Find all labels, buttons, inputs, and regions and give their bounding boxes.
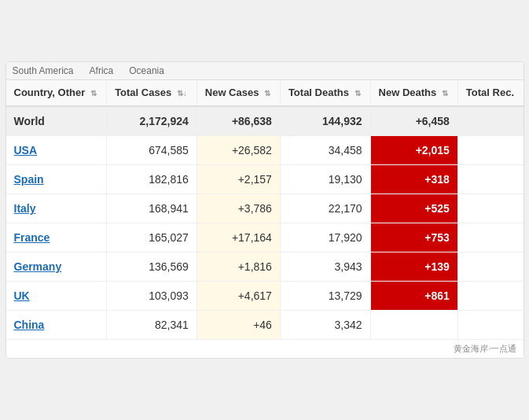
world-total-rec [457,106,523,136]
sort-icon-new-deaths: ⇅ [442,88,448,98]
spain-country[interactable]: Spain [6,165,107,194]
spain-total-cases: 182,816 [107,165,197,194]
uk-total-cases: 103,093 [107,282,197,311]
uk-total-rec [457,282,523,311]
table-row: UK 103,093 +4,617 13,729 +861 [6,282,523,311]
header-country[interactable]: Country, Other ⇅ [6,80,107,107]
italy-link[interactable]: Italy [14,202,36,215]
france-link[interactable]: France [14,231,50,244]
header-new-cases-label: New Cases [205,87,259,98]
china-new-cases: +46 [197,311,280,340]
germany-new-deaths: +139 [370,252,457,282]
world-country: World [6,106,107,136]
france-country[interactable]: France [6,223,107,252]
usa-total-deaths: 34,458 [280,136,370,165]
uk-new-cases: +4,617 [197,282,280,311]
world-new-deaths: +6,458 [370,106,457,136]
italy-total-rec [457,194,523,223]
header-total-rec-label: Total Rec. [466,87,514,98]
uk-new-deaths: +861 [370,282,457,311]
uk-link[interactable]: UK [14,289,30,302]
world-row: World 2,172,924 +86,638 144,932 +6,458 [6,106,523,136]
france-new-deaths: +753 [370,223,457,252]
sort-icon-new-cases: ⇅ [264,88,270,98]
spain-new-cases: +2,157 [197,165,280,194]
france-total-rec [457,223,523,252]
france-total-cases: 165,027 [107,223,197,252]
germany-total-deaths: 3,943 [280,252,370,282]
sort-icon-total-deaths: ⇅ [355,88,361,98]
uk-total-deaths: 13,729 [280,282,370,311]
world-total-cases: 2,172,924 [107,106,197,136]
usa-link[interactable]: USA [14,144,38,157]
watermark: 黄金海岸·一点通 [6,340,523,358]
header-new-cases[interactable]: New Cases ⇅ [197,80,280,107]
watermark-text: 黄金海岸·一点通 [454,343,516,355]
nav-africa[interactable]: Africa [90,65,114,76]
nav-south-america[interactable]: South America [13,65,74,76]
usa-new-deaths: +2,015 [370,136,457,165]
germany-total-rec [457,252,523,282]
france-total-deaths: 17,920 [280,223,370,252]
header-total-rec[interactable]: Total Rec. [457,80,523,107]
uk-country[interactable]: UK [6,282,107,311]
germany-country[interactable]: Germany [6,252,107,282]
china-link[interactable]: China [14,319,45,331]
header-total-cases[interactable]: Total Cases ⇅↓ [107,80,197,107]
table-row: USA 674,585 +26,582 34,458 +2,015 [6,136,523,165]
table-header-row: Country, Other ⇅ Total Cases ⇅↓ New Case… [6,80,523,107]
usa-total-cases: 674,585 [107,136,197,165]
header-country-label: Country, Other [14,87,86,98]
covid-table: Country, Other ⇅ Total Cases ⇅↓ New Case… [6,80,523,341]
usa-country[interactable]: USA [6,136,107,165]
header-total-deaths[interactable]: Total Deaths ⇅ [280,80,370,107]
spain-link[interactable]: Spain [14,173,44,186]
china-total-deaths: 3,342 [280,311,370,340]
header-total-deaths-label: Total Deaths [288,87,349,98]
top-navigation: South America Africa Oceania [6,62,523,80]
sort-icon-total-cases: ⇅↓ [177,88,187,98]
italy-total-cases: 168,941 [107,194,197,223]
header-new-deaths[interactable]: New Deaths ⇅ [370,80,457,107]
china-new-deaths [370,311,457,340]
china-country[interactable]: China [6,311,107,340]
italy-new-cases: +3,786 [197,194,280,223]
china-total-rec [457,311,523,340]
usa-new-cases: +26,582 [197,136,280,165]
italy-new-deaths: +525 [370,194,457,223]
nav-oceania[interactable]: Oceania [129,65,164,76]
table-row: China 82,341 +46 3,342 [6,311,523,340]
table-row: Germany 136,569 +1,816 3,943 +139 [6,252,523,282]
world-new-cases: +86,638 [197,106,280,136]
italy-total-deaths: 22,170 [280,194,370,223]
table-row: Spain 182,816 +2,157 19,130 +318 [6,165,523,194]
spain-new-deaths: +318 [370,165,457,194]
table-row: France 165,027 +17,164 17,920 +753 [6,223,523,252]
world-total-deaths: 144,932 [280,106,370,136]
header-total-cases-label: Total Cases [115,87,171,98]
germany-new-cases: +1,816 [197,252,280,282]
germany-link[interactable]: Germany [14,260,62,273]
header-new-deaths-label: New Deaths [379,87,437,98]
usa-total-rec [457,136,523,165]
italy-country[interactable]: Italy [6,194,107,223]
spain-total-deaths: 19,130 [280,165,370,194]
germany-total-cases: 136,569 [107,252,197,282]
france-new-cases: +17,164 [197,223,280,252]
table-row: Italy 168,941 +3,786 22,170 +525 [6,194,523,223]
sort-icon-country: ⇅ [90,88,97,98]
main-container: South America Africa Oceania Country, Ot… [6,61,524,359]
spain-total-rec [457,165,523,194]
china-total-cases: 82,341 [107,311,197,340]
